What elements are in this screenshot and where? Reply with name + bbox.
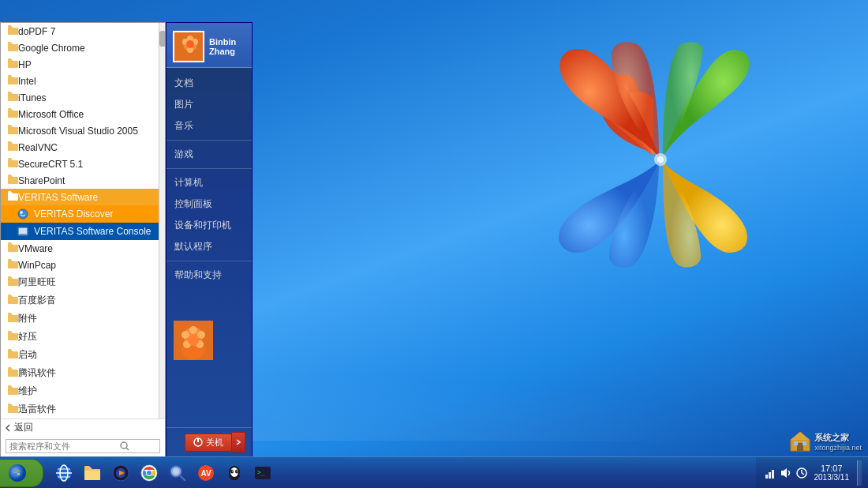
prog-item-aliwangwang[interactable]: 阿里旺旺: [1, 273, 159, 291]
taskbar-icon-media-player[interactable]: [108, 460, 133, 486]
search-taskbar-icon: [168, 464, 187, 482]
prog-item-ms-vs2005[interactable]: Microsoft Visual Studio 2005: [1, 122, 159, 139]
watermark-site-name: 系统之家: [814, 432, 862, 444]
prog-item-vmware[interactable]: VMware: [1, 240, 159, 257]
scrollbar[interactable]: [159, 23, 165, 419]
clock-date: 2013/3/11: [814, 473, 850, 482]
folder-icon-securecrt: [7, 158, 18, 170]
menu-item-games[interactable]: 游戏: [166, 144, 252, 165]
prog-item-chrome[interactable]: Google Chrome: [1, 39, 159, 56]
clock[interactable]: 17:07 2013/3/11: [810, 464, 855, 482]
taskbar-icon-qq[interactable]: [222, 460, 247, 486]
prog-item-veritas-discover[interactable]: VERITAS Discover: [1, 205, 159, 223]
menu-item-documents[interactable]: 文档: [166, 73, 252, 94]
prog-label-startup: 启动: [18, 348, 37, 362]
taskbar-icon-antivirus[interactable]: AV: [193, 460, 219, 486]
search-bar[interactable]: [6, 439, 160, 453]
prog-item-hp[interactable]: HP: [1, 56, 159, 73]
menu-item-devices-printers[interactable]: 设备和打印机: [166, 215, 252, 236]
search-input[interactable]: [9, 441, 120, 451]
prog-item-baidu-shadow[interactable]: 百度影音: [1, 291, 159, 310]
start-button[interactable]: [0, 459, 43, 487]
app-icon-veritas-discover: [17, 208, 29, 220]
svg-line-23: [126, 448, 129, 450]
desktop: 回收站: [0, 0, 868, 488]
folder-icon-intel: [7, 75, 18, 87]
prog-label-winpcap: WinPcap: [18, 260, 56, 271]
menu-item-control-panel[interactable]: 控制面板: [166, 193, 252, 215]
svg-point-30: [186, 40, 194, 48]
prog-item-startup[interactable]: 启动: [1, 346, 159, 364]
system-tray: 17:07 2013/3/11: [756, 457, 869, 488]
folder-icon-hp: [7, 58, 18, 70]
svg-point-46: [173, 468, 179, 475]
taskbar-icon-ie[interactable]: [51, 460, 77, 486]
svg-line-66: [802, 473, 804, 475]
prog-label-vmware: VMware: [18, 243, 53, 254]
prog-label-dopdf7: doPDF 7: [18, 26, 55, 37]
prog-item-xunlei[interactable]: 迅雷软件: [1, 400, 159, 419]
prog-item-itunes[interactable]: iTunes: [1, 89, 159, 106]
user-section: Binbin Zhang: [166, 23, 252, 68]
watermark-url: xitongzhijia.net: [814, 444, 862, 452]
svg-marker-68: [791, 432, 810, 440]
prog-item-ms-office[interactable]: Microsoft Office: [1, 106, 159, 122]
svg-rect-62: [769, 472, 771, 479]
svg-rect-69: [797, 443, 803, 451]
user-picture-desktop: [174, 321, 213, 360]
prog-item-securecrt[interactable]: SecureCRT 5.1: [1, 156, 159, 172]
prog-label-intel: Intel: [18, 76, 36, 87]
programs-panel: doPDF 7 Google Chrome HP: [0, 22, 166, 456]
show-desktop-button[interactable]: [857, 460, 862, 486]
prog-label-haohao: 好压: [18, 330, 37, 343]
prog-item-tencent[interactable]: 腾讯软件: [1, 364, 159, 382]
prog-item-accessories[interactable]: 附件: [1, 310, 159, 328]
svg-text:AV: AV: [200, 469, 211, 478]
prog-item-veritas-console[interactable]: VERITAS Software Console: [1, 223, 159, 240]
folder-icon-aliwangwang: [7, 276, 18, 288]
prog-item-maintenance[interactable]: 维护: [1, 382, 159, 400]
tray-icon-clock-tray[interactable]: [795, 467, 808, 479]
watermark-house-icon: +: [789, 430, 811, 452]
svg-point-55: [237, 470, 238, 471]
prog-label-itunes: iTunes: [18, 92, 47, 103]
user-avatar: [173, 31, 204, 62]
prog-item-winpcap[interactable]: WinPcap: [1, 257, 159, 273]
svg-point-12: [197, 331, 205, 339]
tray-icon-network[interactable]: [764, 467, 776, 479]
prog-item-realvnc[interactable]: RealVNC: [1, 139, 159, 156]
taskbar-icon-explorer[interactable]: [80, 460, 105, 486]
watermark: + 系统之家 xitongzhijia.net: [789, 430, 862, 452]
prog-item-dopdf7[interactable]: doPDF 7: [1, 23, 159, 39]
menu-item-computer[interactable]: 计算机: [166, 172, 252, 193]
shutdown-arrow[interactable]: [232, 432, 245, 452]
taskbar-quick-launch: AV: [47, 460, 280, 486]
prog-item-intel[interactable]: Intel: [1, 73, 159, 89]
taskbar-icon-terminal[interactable]: >_: [250, 460, 275, 486]
shutdown-section: 关机: [166, 427, 252, 456]
shutdown-icon: [193, 437, 203, 447]
scrollbar-thumb[interactable]: [159, 31, 165, 47]
menu-item-music[interactable]: 音乐: [166, 115, 252, 137]
taskbar-icon-chrome[interactable]: [137, 460, 162, 486]
menu-item-pictures[interactable]: 图片: [166, 94, 252, 115]
folder-icon-realvnc: [7, 141, 18, 153]
windows-orb-icon: [8, 464, 27, 482]
back-button[interactable]: 返回: [1, 419, 165, 436]
watermark-text-container: 系统之家 xitongzhijia.net: [814, 432, 862, 452]
prog-item-sharepoint[interactable]: SharePoint: [1, 172, 159, 189]
start-menu: doPDF 7 Google Chrome HP: [0, 22, 253, 456]
prog-label-tencent: 腾讯软件: [18, 366, 56, 380]
prog-item-veritas-software[interactable]: VERITAS Software: [1, 189, 159, 205]
menu-item-default-programs[interactable]: 默认程序: [166, 236, 252, 257]
taskbar-icon-search[interactable]: [165, 460, 190, 486]
folder-icon-sharepoint: [7, 175, 18, 186]
menu-item-help-support[interactable]: 帮助和支持: [166, 265, 252, 286]
folder-icon-itunes: [7, 92, 18, 103]
tray-icon-volume[interactable]: [780, 467, 792, 479]
programs-bottom: 返回: [1, 419, 165, 436]
shutdown-button[interactable]: 关机: [185, 434, 232, 452]
prog-item-haohao[interactable]: 好压: [1, 328, 159, 346]
prog-label-veritas-console: VERITAS Software Console: [34, 226, 152, 237]
svg-line-47: [180, 475, 185, 480]
